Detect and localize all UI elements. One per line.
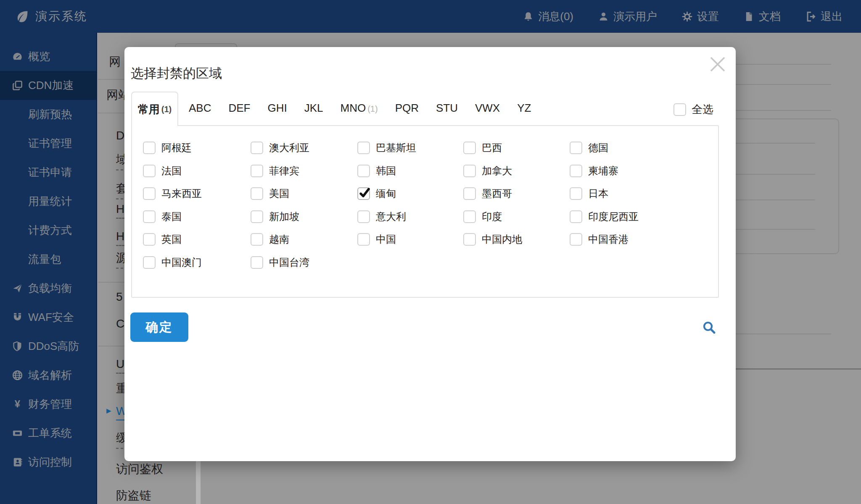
country-label: 泰国 xyxy=(161,210,182,223)
checkbox-unchecked[interactable] xyxy=(570,187,582,200)
country-label: 新加坡 xyxy=(269,210,299,223)
select-all-checkbox[interactable] xyxy=(673,103,686,116)
country-label: 中国澳门 xyxy=(161,256,202,269)
tab-vwx[interactable]: VWX xyxy=(475,92,500,126)
tab-yz[interactable]: YZ xyxy=(517,92,531,126)
country-label: 中国香港 xyxy=(588,233,629,246)
tab-label: VWX xyxy=(475,102,500,114)
tab-label: ABC xyxy=(189,102,211,114)
country-option-23[interactable]: 中国内地 xyxy=(463,233,522,246)
country-option-2[interactable]: 巴基斯坦 xyxy=(357,142,416,154)
country-option-13[interactable]: 墨西哥 xyxy=(463,187,512,200)
checkbox-unchecked[interactable] xyxy=(570,210,582,223)
search-icon[interactable] xyxy=(702,320,717,335)
checkbox-unchecked[interactable] xyxy=(143,142,156,154)
checkbox-unchecked[interactable] xyxy=(251,165,263,177)
tab-jkl[interactable]: JKL xyxy=(304,92,323,126)
checkbox-unchecked[interactable] xyxy=(251,233,263,246)
checkbox-unchecked[interactable] xyxy=(143,210,156,223)
checkbox-unchecked[interactable] xyxy=(570,233,582,246)
country-label: 韩国 xyxy=(376,165,396,177)
country-option-26[interactable]: 中国台湾 xyxy=(251,256,309,269)
country-option-16[interactable]: 新加坡 xyxy=(251,210,299,223)
menu-scrollbar-thumb[interactable] xyxy=(196,461,201,504)
checkbox-checked[interactable] xyxy=(357,187,370,200)
checkbox-unchecked[interactable] xyxy=(357,165,370,177)
country-option-22[interactable]: 中国 xyxy=(357,233,396,246)
tab-count-badge: (1) xyxy=(161,105,172,114)
checkbox-unchecked[interactable] xyxy=(570,142,582,154)
checkbox-unchecked[interactable] xyxy=(463,187,476,200)
country-option-1[interactable]: 澳大利亚 xyxy=(251,142,309,154)
country-option-9[interactable]: 柬埔寨 xyxy=(570,165,618,177)
checkbox-unchecked[interactable] xyxy=(143,187,156,200)
country-option-3[interactable]: 巴西 xyxy=(463,142,502,154)
country-option-8[interactable]: 加拿大 xyxy=(463,165,512,177)
country-label: 英国 xyxy=(161,233,182,246)
country-option-17[interactable]: 意大利 xyxy=(357,210,406,223)
dialog-title: 选择封禁的区域 xyxy=(131,65,222,82)
tab-label: GHI xyxy=(267,102,287,114)
country-option-5[interactable]: 法国 xyxy=(143,165,182,177)
country-option-18[interactable]: 印度 xyxy=(463,210,502,223)
country-label: 德国 xyxy=(588,142,608,154)
checkbox-unchecked[interactable] xyxy=(463,233,476,246)
tab-常用[interactable]: 常用(1) xyxy=(131,92,178,126)
tab-label: PQR xyxy=(395,102,419,114)
country-option-20[interactable]: 英国 xyxy=(143,233,182,246)
country-label: 巴西 xyxy=(482,142,502,154)
country-option-0[interactable]: 阿根廷 xyxy=(143,142,192,154)
checkbox-unchecked[interactable] xyxy=(463,210,476,223)
tab-count-badge: (1) xyxy=(367,104,378,113)
tab-label: DEF xyxy=(228,102,250,114)
country-option-7[interactable]: 韩国 xyxy=(357,165,396,177)
checkbox-unchecked[interactable] xyxy=(251,142,263,154)
country-option-19[interactable]: 印度尼西亚 xyxy=(570,210,639,223)
checkbox-unchecked[interactable] xyxy=(143,233,156,246)
tab-mno[interactable]: MNO(1) xyxy=(341,92,378,126)
country-option-15[interactable]: 泰国 xyxy=(143,210,182,223)
checkbox-unchecked[interactable] xyxy=(251,256,263,269)
tab-ghi[interactable]: GHI xyxy=(267,92,287,126)
tab-label: JKL xyxy=(304,102,323,114)
country-label: 印度尼西亚 xyxy=(588,210,639,223)
checkbox-unchecked[interactable] xyxy=(463,165,476,177)
checkbox-unchecked[interactable] xyxy=(357,210,370,223)
tab-def[interactable]: DEF xyxy=(228,92,250,126)
tab-abc[interactable]: ABC xyxy=(189,92,211,126)
checkbox-unchecked[interactable] xyxy=(251,210,263,223)
country-label: 柬埔寨 xyxy=(588,165,618,177)
checkbox-unchecked[interactable] xyxy=(251,187,263,200)
country-option-4[interactable]: 德国 xyxy=(570,142,608,154)
tab-label: STU xyxy=(436,102,458,114)
country-option-11[interactable]: 美国 xyxy=(251,187,289,200)
country-label: 中国台湾 xyxy=(269,256,309,269)
tab-stu[interactable]: STU xyxy=(436,92,458,126)
country-option-12[interactable]: 缅甸 xyxy=(357,187,396,200)
country-option-10[interactable]: 马来西亚 xyxy=(143,187,202,200)
select-all-label: 全选 xyxy=(692,102,713,117)
country-label: 印度 xyxy=(482,210,502,223)
country-option-25[interactable]: 中国澳门 xyxy=(143,256,202,269)
checkbox-unchecked[interactable] xyxy=(357,233,370,246)
region-block-dialog: 选择封禁的区域 常用(1)ABCDEFGHIJKLMNO(1)PQRSTUVWX… xyxy=(124,47,736,461)
tab-pqr[interactable]: PQR xyxy=(395,92,419,126)
country-checkbox-panel: 阿根廷澳大利亚巴基斯坦巴西德国法国菲律宾韩国加拿大柬埔寨马来西亚美国缅甸墨西哥日… xyxy=(131,125,719,298)
country-label: 澳大利亚 xyxy=(269,142,309,154)
close-icon[interactable] xyxy=(707,54,728,75)
country-option-14[interactable]: 日本 xyxy=(570,187,608,200)
checkbox-unchecked[interactable] xyxy=(570,165,582,177)
country-label: 阿根廷 xyxy=(161,142,192,154)
confirm-button[interactable]: 确定 xyxy=(130,312,188,342)
checkbox-unchecked[interactable] xyxy=(143,165,156,177)
country-option-21[interactable]: 越南 xyxy=(251,233,289,246)
country-option-6[interactable]: 菲律宾 xyxy=(251,165,299,177)
tab-label: 常用 xyxy=(138,102,160,117)
app-root: 演示系统 消息(0)演示用户设置文档退出 概览CDN加速刷新预热证书管理证书申请… xyxy=(0,0,861,504)
country-label: 菲律宾 xyxy=(269,165,299,177)
checkbox-unchecked[interactable] xyxy=(463,142,476,154)
country-option-24[interactable]: 中国香港 xyxy=(570,233,629,246)
checkbox-unchecked[interactable] xyxy=(143,256,156,269)
checkbox-unchecked[interactable] xyxy=(357,142,370,154)
select-all-control[interactable]: 全选 xyxy=(673,102,713,117)
